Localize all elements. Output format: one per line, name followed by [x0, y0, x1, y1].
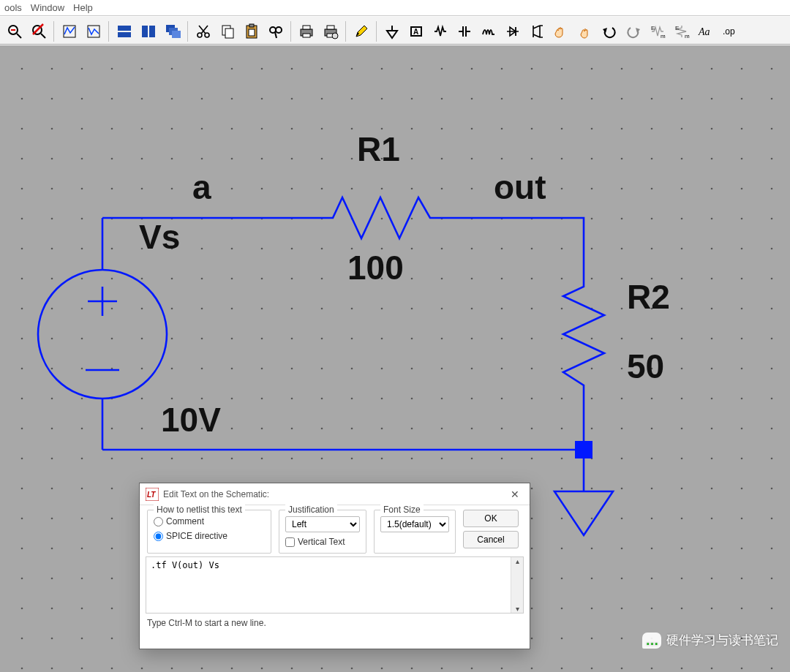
cascade-icon[interactable]	[161, 20, 184, 43]
find-icon[interactable]	[264, 20, 287, 43]
svg-text:m: m	[685, 33, 690, 39]
svg-point-25	[276, 27, 282, 33]
justification-group: Justification Left Vertical Text	[279, 510, 366, 554]
toolbar-separator	[187, 21, 188, 42]
zoom-out-icon[interactable]	[3, 20, 26, 43]
rotate-icon[interactable]: Em	[646, 20, 669, 43]
fontsize-group-title: Font Size	[380, 505, 424, 515]
fontsize-group: Font Size 1.5(default)	[374, 510, 456, 554]
svg-rect-11	[149, 26, 155, 37]
wechat-icon	[642, 633, 661, 649]
toolbar-separator	[290, 21, 291, 42]
radio-comment[interactable]: Comment	[154, 516, 265, 526]
autorange-y-icon[interactable]	[58, 20, 80, 43]
op-icon[interactable]: .op	[718, 20, 741, 43]
vertical-text-checkbox[interactable]: Vertical Text	[285, 537, 360, 547]
svg-rect-23	[249, 29, 255, 36]
edit-text-dialog: LT Edit Text on the Schematic: ✕ How to …	[139, 483, 530, 649]
svg-text:E: E	[675, 25, 679, 31]
ground-icon[interactable]	[380, 20, 403, 43]
undo-icon[interactable]	[598, 20, 620, 43]
svg-point-33	[332, 33, 338, 39]
svg-text:Aa: Aa	[698, 26, 710, 37]
scrollbar[interactable]: ▴▾	[511, 557, 523, 613]
svg-point-24	[270, 27, 276, 33]
mirror-icon[interactable]: Em	[670, 20, 693, 43]
cancel-button[interactable]: Cancel	[463, 531, 519, 548]
svg-marker-37	[387, 31, 397, 38]
svg-line-26	[275, 32, 276, 38]
ok-button[interactable]: OK	[463, 510, 519, 527]
vs-name-label[interactable]: Vs	[139, 218, 180, 256]
dialog-hint: Type Ctrl-M to start a new line.	[147, 618, 522, 628]
vs-value-label[interactable]: 10V	[161, 401, 221, 439]
svg-rect-20	[225, 29, 233, 38]
svg-rect-9	[118, 32, 131, 37]
menu-window[interactable]: Window	[26, 1, 69, 15]
dialog-titlebar[interactable]: LT Edit Text on the Schematic: ✕	[140, 483, 530, 505]
svg-text:LT: LT	[147, 491, 156, 499]
node-a-label[interactable]: a	[192, 168, 211, 206]
svg-rect-8	[118, 26, 131, 31]
close-icon[interactable]: ✕	[506, 488, 524, 500]
node-out-label[interactable]: out	[494, 168, 546, 206]
toolbar-separator	[345, 21, 346, 42]
justification-select[interactable]: Left	[285, 516, 360, 532]
svg-text:A: A	[413, 28, 418, 36]
watermark: 硬件学习与读书笔记	[642, 632, 778, 649]
print-icon[interactable]	[295, 20, 317, 43]
app-icon: LT	[146, 488, 159, 501]
svg-rect-10	[142, 26, 148, 37]
resistor-icon[interactable]	[429, 20, 451, 43]
component-icon[interactable]	[525, 20, 548, 43]
menu-tools[interactable]: ools	[0, 1, 26, 15]
svg-text:E: E	[651, 25, 655, 31]
fontsize-select[interactable]: 1.5(default)	[380, 516, 449, 532]
netlist-group-title: How to netlist this text	[154, 505, 245, 515]
r2-value-label[interactable]: 50	[627, 347, 664, 385]
svg-text:m: m	[661, 33, 666, 39]
toolbar: A Em Em Aa .op	[0, 16, 790, 45]
toolbar-separator	[376, 21, 377, 42]
watermark-text: 硬件学习与读书笔记	[666, 632, 778, 649]
r1-value-label[interactable]: 100	[347, 249, 404, 287]
diode-icon[interactable]	[501, 20, 524, 43]
text-icon[interactable]: Aa	[694, 20, 717, 43]
redo-icon[interactable]	[622, 20, 644, 43]
r2-name-label[interactable]: R2	[627, 278, 670, 316]
svg-rect-14	[172, 31, 181, 38]
svg-rect-29	[303, 34, 310, 37]
tile-vertical-icon[interactable]	[113, 20, 135, 43]
cut-icon[interactable]	[192, 20, 214, 43]
directive-textarea[interactable]	[146, 557, 511, 613]
svg-rect-31	[327, 26, 334, 29]
justification-group-title: Justification	[285, 505, 337, 515]
svg-rect-22	[249, 24, 254, 27]
directive-textarea-wrap: ▴▾	[146, 556, 524, 614]
drag-icon[interactable]	[573, 20, 596, 43]
zoom-cancel-icon[interactable]	[27, 20, 50, 43]
grab-icon[interactable]	[549, 20, 572, 43]
svg-line-4	[41, 34, 45, 38]
r1-name-label[interactable]: R1	[357, 130, 400, 168]
autorange-x-icon[interactable]	[82, 20, 105, 43]
toolbar-separator	[108, 21, 109, 42]
tile-horizontal-icon[interactable]	[137, 20, 159, 43]
svg-rect-28	[303, 26, 310, 29]
toolbar-separator	[53, 21, 54, 42]
inductor-icon[interactable]	[477, 20, 500, 43]
svg-text:.op: .op	[723, 26, 735, 37]
capacitor-icon[interactable]	[453, 20, 475, 43]
netlist-group: How to netlist this text Comment SPICE d…	[147, 510, 271, 554]
copy-icon[interactable]	[216, 20, 238, 43]
paste-icon[interactable]	[240, 20, 263, 43]
pencil-icon[interactable]	[350, 20, 372, 43]
menubar[interactable]: ools Window Help	[0, 0, 790, 16]
dialog-title: Edit Text on the Schematic:	[163, 489, 506, 499]
menu-help[interactable]: Help	[69, 1, 97, 15]
radio-spice-directive[interactable]: SPICE directive	[154, 531, 265, 541]
svg-line-1	[17, 34, 21, 38]
print-setup-icon[interactable]	[319, 20, 342, 43]
label-net-icon[interactable]: A	[405, 20, 427, 43]
svg-rect-62	[575, 441, 592, 458]
